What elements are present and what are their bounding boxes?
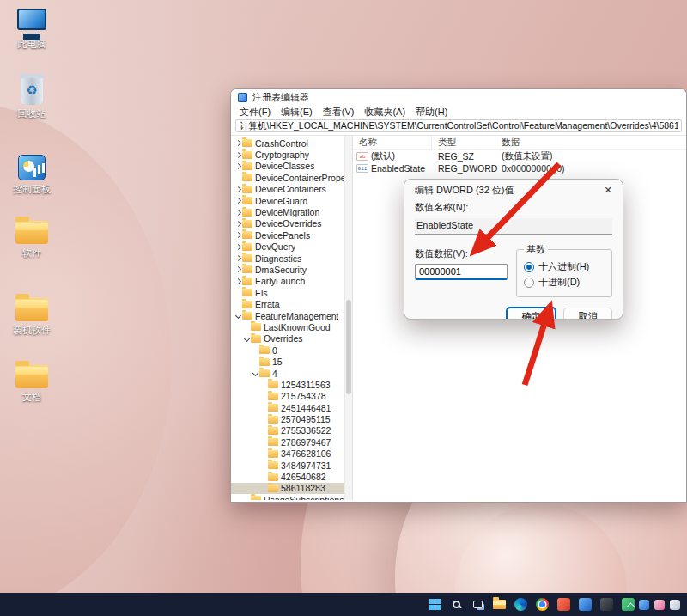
tree-item-DeviceClasses[interactable]: DeviceClasses (231, 161, 344, 172)
chevron-right-icon[interactable] (234, 198, 242, 203)
column-header[interactable]: 数据 (495, 136, 686, 149)
column-header[interactable]: 类型 (432, 136, 495, 149)
chrome-browser-icon[interactable] (533, 595, 551, 613)
tree-item-EarlyLaunch[interactable]: EarlyLaunch (231, 276, 344, 287)
desktop-icon-folder-software[interactable]: 软件 (5, 215, 58, 258)
tree-item-label: EarlyLaunch (255, 276, 305, 286)
tree-scrollbar-thumb[interactable] (346, 300, 351, 394)
chevron-down-icon[interactable] (251, 371, 259, 375)
tree-item-DeviceContainers[interactable]: DeviceContainers (231, 184, 344, 195)
cancel-button[interactable]: 取消 (563, 308, 612, 320)
chevron-right-icon[interactable] (234, 141, 242, 145)
chevron-down-icon[interactable] (234, 314, 242, 318)
registry-value-row[interactable]: 011EnabledStateREG_DWORD0x00000000 (0) (353, 162, 686, 174)
tree-scrollbar[interactable] (344, 136, 352, 500)
address-input[interactable] (235, 119, 682, 132)
tree-item-3476628106[interactable]: 3476628106 (231, 448, 344, 460)
desktop-icon-this-pc[interactable]: 此电脑 (5, 9, 58, 49)
tree-item-DeviceGuard[interactable]: DeviceGuard (231, 195, 344, 206)
tree-item-2755336522[interactable]: 2755336522 (231, 425, 344, 436)
chevron-right-icon[interactable] (234, 210, 242, 215)
chevron-right-icon[interactable] (234, 187, 242, 192)
chevron-right-icon[interactable] (234, 267, 242, 271)
radio-hexadecimal[interactable]: 十六进制(H) (524, 260, 605, 273)
tree-item-label: Errata (255, 299, 280, 309)
tree-item-2570495115[interactable]: 2570495115 (231, 413, 344, 424)
tree-item-CrashControl[interactable]: CrashControl (231, 137, 344, 149)
menu-item[interactable]: 收藏夹(A) (360, 106, 410, 119)
tree-item-label: 3476628106 (281, 448, 331, 459)
tree-item-DevQuery[interactable]: DevQuery (231, 241, 344, 253)
folder-icon (242, 162, 252, 170)
tree-item-FeatureManagement[interactable]: FeatureManagement (231, 310, 344, 321)
chevron-right-icon[interactable] (234, 222, 242, 226)
tree-item-586118283[interactable]: 586118283 (231, 483, 344, 494)
desktop-icon-folder-setup[interactable]: 装机软件 (5, 292, 58, 335)
tray-app-blue-icon[interactable] (639, 600, 649, 610)
folder-icon (259, 346, 270, 354)
tree-item-4[interactable]: 4 (231, 368, 344, 379)
tree-item-DeviceContainerPropertyUpda[interactable]: DeviceContainerPropertyUpda (231, 172, 344, 183)
tree-item-DevicePanels[interactable]: DevicePanels (231, 229, 344, 241)
tree-item-Cryptography[interactable]: Cryptography (231, 149, 344, 160)
taskbar (0, 593, 687, 616)
tree-item-DeviceMigration[interactable]: DeviceMigration (231, 206, 344, 217)
file-explorer-icon[interactable] (490, 595, 508, 613)
value-data-input[interactable] (415, 264, 508, 280)
chevron-down-icon[interactable] (242, 337, 251, 341)
tree-item-0[interactable]: 0 (231, 345, 344, 356)
tree-item-LastKnownGood[interactable]: LastKnownGood (231, 321, 344, 332)
menu-item[interactable]: 编辑(E) (277, 106, 317, 119)
folder-icon (242, 151, 252, 159)
tree-item-2786979467[interactable]: 2786979467 (231, 436, 344, 448)
tree-item-DeviceOverrides[interactable]: DeviceOverrides (231, 218, 344, 229)
menu-item[interactable]: 帮助(H) (411, 106, 452, 119)
tree-item-DmaSecurity[interactable]: DmaSecurity (231, 264, 344, 275)
registry-value-row[interactable]: ab(默认)REG_SZ(数值未设置) (353, 150, 686, 162)
tree-item-Els[interactable]: Els (231, 287, 344, 298)
chevron-right-icon[interactable] (234, 279, 242, 284)
tray-overflow-icon[interactable] (627, 602, 635, 611)
chevron-right-icon[interactable] (234, 256, 242, 260)
task-view-icon[interactable] (469, 595, 487, 613)
close-icon[interactable]: ✕ (600, 183, 616, 198)
app-red-icon[interactable] (555, 595, 573, 613)
tree-item-426540682[interactable]: 426540682 (231, 471, 344, 482)
chevron-right-icon[interactable] (234, 233, 242, 237)
tray-app-pink-icon[interactable] (654, 600, 665, 610)
tree-item-1254311563[interactable]: 1254311563 (231, 379, 344, 390)
tree-item-UsageSubscriptions[interactable]: UsageSubscriptions (231, 494, 344, 500)
tree-item-label: DeviceGuard (255, 196, 307, 206)
dialog-titlebar[interactable]: 编辑 DWORD (32 位)值 ✕ (404, 180, 623, 201)
start-icon[interactable] (426, 595, 444, 613)
desktop: 此电脑回收站控制面板软件装机软件文档 注册表编辑器 文件(F)编辑(E)查看(V… (0, 0, 687, 616)
column-header[interactable]: 名称 (353, 136, 432, 149)
tree-item-Overrides[interactable]: Overrides (231, 333, 344, 345)
ok-button[interactable]: 确定 (507, 308, 556, 320)
search-icon[interactable] (447, 595, 465, 613)
tree-item-Diagnostics[interactable]: Diagnostics (231, 253, 344, 264)
tree-item-215754378[interactable]: 215754378 (231, 391, 344, 402)
tree-item-Errata[interactable]: Errata (231, 298, 344, 309)
menu-item[interactable]: 文件(F) (235, 106, 275, 119)
desktop-icon-folder-docs[interactable]: 文档 (5, 359, 58, 402)
tray-app-light-icon[interactable] (670, 600, 680, 610)
tree-item-label: Diagnostics (255, 253, 301, 264)
app-blue-icon[interactable] (576, 595, 594, 613)
chevron-right-icon[interactable] (234, 245, 242, 249)
edge-browser-icon[interactable] (512, 595, 530, 613)
tree-item-2451446481[interactable]: 2451446481 (231, 402, 344, 413)
desktop-icon-control-panel[interactable]: 控制面板 (5, 155, 58, 194)
app-dark-icon[interactable] (598, 595, 616, 613)
desktop-icon-label: 软件 (5, 247, 58, 258)
tree-item-15[interactable]: 15 (231, 356, 344, 367)
radio-decimal[interactable]: 十进制(D) (524, 276, 605, 289)
chevron-right-icon[interactable] (234, 153, 242, 157)
chevron-right-icon[interactable] (234, 164, 242, 168)
regedit-app-icon (238, 93, 247, 102)
menu-item[interactable]: 查看(V) (319, 106, 359, 119)
desktop-icon-recycle-bin[interactable]: 回收站 (5, 77, 58, 119)
tree-item-3484974731[interactable]: 3484974731 (231, 460, 344, 471)
regedit-titlebar[interactable]: 注册表编辑器 (231, 89, 686, 106)
tree-item-label: 2570495115 (281, 414, 331, 424)
